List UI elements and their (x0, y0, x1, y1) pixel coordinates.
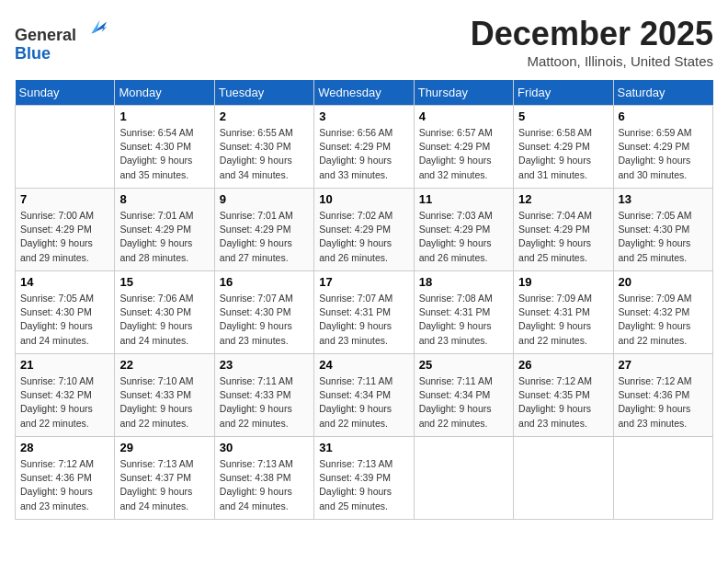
location: Mattoon, Illinois, United States (471, 53, 713, 69)
day-info: Sunrise: 7:01 AMSunset: 4:29 PMDaylight:… (220, 209, 309, 265)
col-header-thursday: Thursday (414, 80, 513, 106)
logo-blue: Blue (15, 44, 51, 63)
calendar-cell: 28Sunrise: 7:12 AMSunset: 4:36 PMDayligh… (16, 437, 115, 520)
calendar-cell: 16Sunrise: 7:07 AMSunset: 4:30 PMDayligh… (214, 271, 313, 354)
calendar-cell: 2Sunrise: 6:55 AMSunset: 4:30 PMDaylight… (214, 106, 313, 189)
day-info: Sunrise: 7:01 AMSunset: 4:29 PMDaylight:… (119, 209, 209, 265)
day-info: Sunrise: 7:09 AMSunset: 4:31 PMDaylight:… (518, 292, 608, 348)
day-number: 28 (20, 441, 109, 454)
calendar-cell: 15Sunrise: 7:06 AMSunset: 4:30 PMDayligh… (115, 271, 214, 354)
day-info: Sunrise: 7:10 AMSunset: 4:33 PMDaylight:… (119, 374, 209, 431)
day-number: 4 (419, 109, 508, 123)
day-number: 21 (20, 358, 109, 372)
day-number: 16 (220, 275, 309, 289)
calendar-week-4: 21Sunrise: 7:10 AMSunset: 4:32 PMDayligh… (16, 354, 713, 437)
day-number: 3 (319, 109, 408, 123)
day-info: Sunrise: 7:11 AMSunset: 4:34 PMDaylight:… (419, 374, 508, 431)
calendar-header-row: SundayMondayTuesdayWednesdayThursdayFrid… (16, 80, 713, 106)
day-number: 23 (220, 358, 309, 372)
day-info: Sunrise: 7:09 AMSunset: 4:32 PMDaylight:… (619, 292, 708, 348)
calendar-cell: 27Sunrise: 7:12 AMSunset: 4:36 PMDayligh… (613, 354, 712, 437)
calendar-cell: 26Sunrise: 7:12 AMSunset: 4:35 PMDayligh… (514, 354, 613, 437)
calendar-cell: 29Sunrise: 7:13 AMSunset: 4:37 PMDayligh… (115, 437, 214, 520)
day-number: 13 (619, 192, 708, 206)
calendar-cell (514, 437, 613, 520)
calendar-cell: 3Sunrise: 6:56 AMSunset: 4:29 PMDaylight… (314, 106, 414, 189)
calendar-cell: 23Sunrise: 7:11 AMSunset: 4:33 PMDayligh… (214, 354, 313, 437)
day-number: 14 (20, 275, 109, 289)
day-info: Sunrise: 7:12 AMSunset: 4:36 PMDaylight:… (619, 374, 708, 431)
day-info: Sunrise: 7:08 AMSunset: 4:31 PMDaylight:… (419, 292, 508, 348)
col-header-monday: Monday (115, 80, 214, 106)
col-header-wednesday: Wednesday (314, 80, 414, 106)
day-number: 10 (319, 192, 408, 206)
day-number: 30 (220, 441, 309, 454)
day-info: Sunrise: 7:12 AMSunset: 4:36 PMDaylight:… (20, 457, 109, 513)
day-number: 27 (619, 358, 708, 372)
calendar-week-5: 28Sunrise: 7:12 AMSunset: 4:36 PMDayligh… (16, 437, 713, 520)
calendar-cell: 18Sunrise: 7:08 AMSunset: 4:31 PMDayligh… (414, 271, 513, 354)
day-number: 9 (220, 192, 309, 206)
day-number: 17 (319, 275, 408, 289)
day-info: Sunrise: 7:11 AMSunset: 4:34 PMDaylight:… (319, 374, 408, 431)
day-info: Sunrise: 6:59 AMSunset: 4:29 PMDaylight:… (619, 126, 708, 182)
day-number: 24 (319, 358, 408, 372)
day-info: Sunrise: 7:00 AMSunset: 4:29 PMDaylight:… (20, 209, 109, 265)
day-info: Sunrise: 6:54 AMSunset: 4:30 PMDaylight:… (119, 126, 209, 182)
calendar-cell: 9Sunrise: 7:01 AMSunset: 4:29 PMDaylight… (214, 189, 313, 271)
calendar-cell: 13Sunrise: 7:05 AMSunset: 4:30 PMDayligh… (613, 189, 712, 271)
col-header-tuesday: Tuesday (214, 80, 313, 106)
calendar-cell: 31Sunrise: 7:13 AMSunset: 4:39 PMDayligh… (314, 437, 414, 520)
logo: General Blue (15, 15, 108, 63)
day-info: Sunrise: 6:55 AMSunset: 4:30 PMDaylight:… (220, 126, 309, 182)
day-info: Sunrise: 7:13 AMSunset: 4:37 PMDaylight:… (119, 457, 209, 513)
day-info: Sunrise: 7:11 AMSunset: 4:33 PMDaylight:… (220, 374, 309, 431)
day-number: 22 (119, 358, 209, 372)
day-number: 18 (419, 275, 508, 289)
calendar-cell (16, 106, 115, 189)
day-number: 31 (319, 441, 408, 454)
calendar-week-1: 1Sunrise: 6:54 AMSunset: 4:30 PMDaylight… (16, 106, 713, 189)
calendar-cell: 17Sunrise: 7:07 AMSunset: 4:31 PMDayligh… (314, 271, 414, 354)
calendar-cell: 10Sunrise: 7:02 AMSunset: 4:29 PMDayligh… (314, 189, 414, 271)
day-info: Sunrise: 7:13 AMSunset: 4:38 PMDaylight:… (220, 457, 309, 513)
calendar-cell (613, 437, 712, 520)
day-info: Sunrise: 7:02 AMSunset: 4:29 PMDaylight:… (319, 209, 408, 265)
day-number: 12 (518, 192, 608, 206)
calendar-cell: 11Sunrise: 7:03 AMSunset: 4:29 PMDayligh… (414, 189, 513, 271)
calendar-cell (414, 437, 513, 520)
day-info: Sunrise: 7:07 AMSunset: 4:30 PMDaylight:… (220, 292, 309, 348)
calendar-cell: 19Sunrise: 7:09 AMSunset: 4:31 PMDayligh… (514, 271, 613, 354)
day-info: Sunrise: 7:12 AMSunset: 4:35 PMDaylight:… (518, 374, 608, 431)
title-block: December 2025 Mattoon, Illinois, United … (471, 15, 713, 69)
day-info: Sunrise: 7:13 AMSunset: 4:39 PMDaylight:… (319, 457, 408, 513)
day-number: 25 (419, 358, 508, 372)
day-info: Sunrise: 7:07 AMSunset: 4:31 PMDaylight:… (319, 292, 408, 348)
month-title: December 2025 (471, 15, 713, 53)
day-number: 2 (220, 109, 309, 123)
calendar-cell: 24Sunrise: 7:11 AMSunset: 4:34 PMDayligh… (314, 354, 414, 437)
calendar-cell: 22Sunrise: 7:10 AMSunset: 4:33 PMDayligh… (115, 354, 214, 437)
calendar-week-3: 14Sunrise: 7:05 AMSunset: 4:30 PMDayligh… (16, 271, 713, 354)
day-info: Sunrise: 7:05 AMSunset: 4:30 PMDaylight:… (20, 292, 109, 348)
logo-bird-icon (83, 15, 108, 40)
calendar-cell: 12Sunrise: 7:04 AMSunset: 4:29 PMDayligh… (514, 189, 613, 271)
day-info: Sunrise: 6:58 AMSunset: 4:29 PMDaylight:… (518, 126, 608, 182)
day-number: 15 (119, 275, 209, 289)
calendar-cell: 25Sunrise: 7:11 AMSunset: 4:34 PMDayligh… (414, 354, 513, 437)
day-number: 8 (119, 192, 209, 206)
calendar-cell: 1Sunrise: 6:54 AMSunset: 4:30 PMDaylight… (115, 106, 214, 189)
day-number: 5 (518, 109, 608, 123)
day-number: 1 (119, 109, 209, 123)
day-info: Sunrise: 7:06 AMSunset: 4:30 PMDaylight:… (119, 292, 209, 348)
day-number: 11 (419, 192, 508, 206)
calendar-table: SundayMondayTuesdayWednesdayThursdayFrid… (15, 80, 713, 520)
page-header: General Blue December 2025 Mattoon, Illi… (15, 15, 713, 69)
day-info: Sunrise: 7:05 AMSunset: 4:30 PMDaylight:… (619, 209, 708, 265)
day-number: 29 (119, 441, 209, 454)
calendar-cell: 21Sunrise: 7:10 AMSunset: 4:32 PMDayligh… (16, 354, 115, 437)
calendar-cell: 4Sunrise: 6:57 AMSunset: 4:29 PMDaylight… (414, 106, 513, 189)
calendar-cell: 20Sunrise: 7:09 AMSunset: 4:32 PMDayligh… (613, 271, 712, 354)
svg-marker-1 (91, 20, 99, 34)
calendar-cell: 7Sunrise: 7:00 AMSunset: 4:29 PMDaylight… (16, 189, 115, 271)
